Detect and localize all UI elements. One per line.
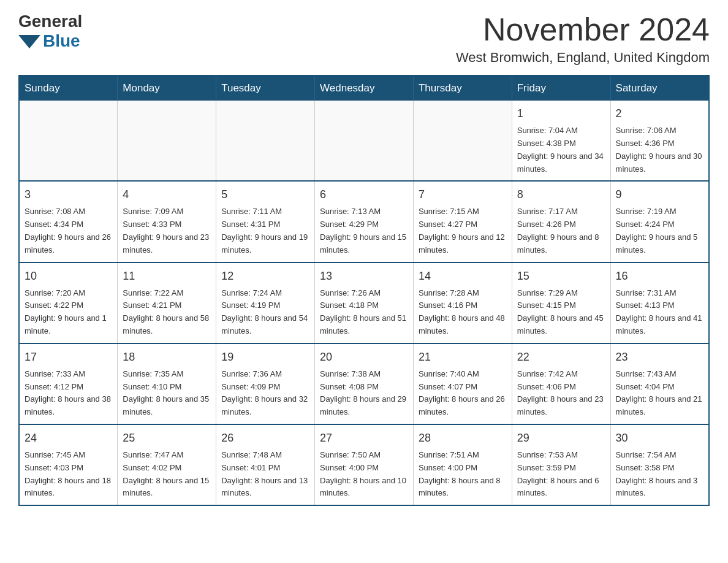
day-number: 29 (517, 430, 605, 446)
day-info: Sunrise: 7:36 AM Sunset: 4:09 PM Dayligh… (221, 369, 308, 416)
calendar-cell: 23Sunrise: 7:43 AM Sunset: 4:04 PM Dayli… (610, 343, 709, 424)
calendar-cell: 27Sunrise: 7:50 AM Sunset: 4:00 PM Dayli… (315, 424, 414, 505)
logo-blue-text: Blue (43, 31, 80, 51)
day-number: 14 (419, 268, 507, 285)
day-number: 13 (320, 268, 408, 285)
calendar-table: SundayMondayTuesdayWednesdayThursdayFrid… (18, 75, 710, 506)
day-info: Sunrise: 7:29 AM Sunset: 4:15 PM Dayligh… (517, 288, 604, 335)
day-info: Sunrise: 7:28 AM Sunset: 4:16 PM Dayligh… (419, 288, 505, 335)
calendar-cell: 17Sunrise: 7:33 AM Sunset: 4:12 PM Dayli… (19, 343, 118, 424)
day-number: 8 (517, 186, 605, 203)
weekday-header-thursday: Thursday (413, 75, 512, 101)
calendar-cell: 20Sunrise: 7:38 AM Sunset: 4:08 PM Dayli… (315, 343, 414, 424)
logo-general-text: General (18, 12, 82, 31)
day-info: Sunrise: 7:51 AM Sunset: 4:00 PM Dayligh… (419, 450, 501, 497)
day-number: 30 (616, 430, 703, 446)
day-number: 5 (221, 186, 309, 203)
day-number: 15 (517, 268, 605, 285)
day-info: Sunrise: 7:47 AM Sunset: 4:02 PM Dayligh… (123, 450, 209, 497)
calendar-cell (315, 101, 414, 181)
calendar-cell: 5Sunrise: 7:11 AM Sunset: 4:31 PM Daylig… (216, 181, 315, 262)
calendar-cell: 29Sunrise: 7:53 AM Sunset: 3:59 PM Dayli… (512, 424, 610, 505)
day-info: Sunrise: 7:22 AM Sunset: 4:21 PM Dayligh… (123, 288, 209, 335)
day-info: Sunrise: 7:13 AM Sunset: 4:29 PM Dayligh… (320, 207, 406, 254)
location-title: West Bromwich, England, United Kingdom (456, 50, 710, 66)
day-info: Sunrise: 7:08 AM Sunset: 4:34 PM Dayligh… (25, 207, 111, 254)
day-info: Sunrise: 7:20 AM Sunset: 4:22 PM Dayligh… (25, 288, 107, 335)
calendar-cell: 26Sunrise: 7:48 AM Sunset: 4:01 PM Dayli… (216, 424, 315, 505)
day-number: 18 (123, 349, 211, 366)
calendar-week-row: 1Sunrise: 7:04 AM Sunset: 4:38 PM Daylig… (19, 101, 709, 181)
day-info: Sunrise: 7:19 AM Sunset: 4:24 PM Dayligh… (616, 207, 698, 254)
calendar-cell: 6Sunrise: 7:13 AM Sunset: 4:29 PM Daylig… (315, 181, 414, 262)
logo-blue-row: Blue (18, 31, 80, 51)
day-number: 23 (616, 349, 703, 366)
day-number: 12 (221, 268, 309, 285)
day-info: Sunrise: 7:24 AM Sunset: 4:19 PM Dayligh… (221, 288, 308, 335)
calendar-week-row: 17Sunrise: 7:33 AM Sunset: 4:12 PM Dayli… (19, 343, 709, 424)
weekday-header-monday: Monday (118, 75, 216, 101)
day-info: Sunrise: 7:35 AM Sunset: 4:10 PM Dayligh… (123, 369, 209, 416)
day-info: Sunrise: 7:33 AM Sunset: 4:12 PM Dayligh… (25, 369, 111, 416)
calendar-cell: 8Sunrise: 7:17 AM Sunset: 4:26 PM Daylig… (512, 181, 610, 262)
day-info: Sunrise: 7:48 AM Sunset: 4:01 PM Dayligh… (221, 450, 308, 497)
day-info: Sunrise: 7:40 AM Sunset: 4:07 PM Dayligh… (419, 369, 505, 416)
weekday-header-tuesday: Tuesday (216, 75, 315, 101)
day-info: Sunrise: 7:04 AM Sunset: 4:38 PM Dayligh… (517, 126, 604, 173)
day-number: 11 (123, 268, 211, 285)
day-number: 21 (419, 349, 507, 366)
calendar-cell: 7Sunrise: 7:15 AM Sunset: 4:27 PM Daylig… (413, 181, 512, 262)
weekday-header-friday: Friday (512, 75, 610, 101)
day-info: Sunrise: 7:26 AM Sunset: 4:18 PM Dayligh… (320, 288, 406, 335)
calendar-cell (118, 101, 216, 181)
day-info: Sunrise: 7:54 AM Sunset: 3:58 PM Dayligh… (616, 450, 698, 497)
logo: General Blue (18, 12, 82, 51)
calendar-cell: 14Sunrise: 7:28 AM Sunset: 4:16 PM Dayli… (413, 262, 512, 343)
day-info: Sunrise: 7:09 AM Sunset: 4:33 PM Dayligh… (123, 207, 209, 254)
calendar-cell: 22Sunrise: 7:42 AM Sunset: 4:06 PM Dayli… (512, 343, 610, 424)
calendar-cell (19, 101, 118, 181)
calendar-cell: 24Sunrise: 7:45 AM Sunset: 4:03 PM Dayli… (19, 424, 118, 505)
day-info: Sunrise: 7:42 AM Sunset: 4:06 PM Dayligh… (517, 369, 604, 416)
day-number: 24 (25, 430, 112, 446)
day-number: 17 (25, 349, 112, 366)
day-info: Sunrise: 7:45 AM Sunset: 4:03 PM Dayligh… (25, 450, 111, 497)
calendar-cell: 12Sunrise: 7:24 AM Sunset: 4:19 PM Dayli… (216, 262, 315, 343)
day-number: 9 (616, 186, 703, 203)
calendar-cell: 28Sunrise: 7:51 AM Sunset: 4:00 PM Dayli… (413, 424, 512, 505)
day-number: 10 (25, 268, 112, 285)
day-info: Sunrise: 7:38 AM Sunset: 4:08 PM Dayligh… (320, 369, 406, 416)
calendar-cell: 18Sunrise: 7:35 AM Sunset: 4:10 PM Dayli… (118, 343, 216, 424)
day-info: Sunrise: 7:50 AM Sunset: 4:00 PM Dayligh… (320, 450, 406, 497)
day-info: Sunrise: 7:06 AM Sunset: 4:36 PM Dayligh… (616, 126, 702, 173)
day-info: Sunrise: 7:31 AM Sunset: 4:13 PM Dayligh… (616, 288, 702, 335)
calendar-header-row: SundayMondayTuesdayWednesdayThursdayFrid… (19, 75, 709, 101)
calendar-cell: 21Sunrise: 7:40 AM Sunset: 4:07 PM Dayli… (413, 343, 512, 424)
day-info: Sunrise: 7:15 AM Sunset: 4:27 PM Dayligh… (419, 207, 505, 254)
header: General Blue November 2024 West Bromwich… (18, 12, 710, 66)
calendar-week-row: 24Sunrise: 7:45 AM Sunset: 4:03 PM Dayli… (19, 424, 709, 505)
calendar-cell: 16Sunrise: 7:31 AM Sunset: 4:13 PM Dayli… (610, 262, 709, 343)
calendar-cell: 11Sunrise: 7:22 AM Sunset: 4:21 PM Dayli… (118, 262, 216, 343)
calendar-cell (216, 101, 315, 181)
day-number: 28 (419, 430, 507, 446)
weekday-header-saturday: Saturday (610, 75, 709, 101)
calendar-cell: 13Sunrise: 7:26 AM Sunset: 4:18 PM Dayli… (315, 262, 414, 343)
calendar-week-row: 3Sunrise: 7:08 AM Sunset: 4:34 PM Daylig… (19, 181, 709, 262)
month-title: November 2024 (456, 12, 710, 47)
weekday-header-sunday: Sunday (19, 75, 118, 101)
day-number: 2 (616, 105, 703, 122)
calendar-cell: 25Sunrise: 7:47 AM Sunset: 4:02 PM Dayli… (118, 424, 216, 505)
calendar-week-row: 10Sunrise: 7:20 AM Sunset: 4:22 PM Dayli… (19, 262, 709, 343)
logo-triangle-icon (18, 35, 40, 48)
calendar-cell: 15Sunrise: 7:29 AM Sunset: 4:15 PM Dayli… (512, 262, 610, 343)
day-number: 1 (517, 105, 605, 122)
day-number: 4 (123, 186, 211, 203)
day-info: Sunrise: 7:53 AM Sunset: 3:59 PM Dayligh… (517, 450, 599, 497)
day-info: Sunrise: 7:17 AM Sunset: 4:26 PM Dayligh… (517, 207, 599, 254)
day-number: 7 (419, 186, 507, 203)
day-number: 22 (517, 349, 605, 366)
calendar-cell: 1Sunrise: 7:04 AM Sunset: 4:38 PM Daylig… (512, 101, 610, 181)
title-area: November 2024 West Bromwich, England, Un… (456, 12, 710, 66)
weekday-header-wednesday: Wednesday (315, 75, 414, 101)
